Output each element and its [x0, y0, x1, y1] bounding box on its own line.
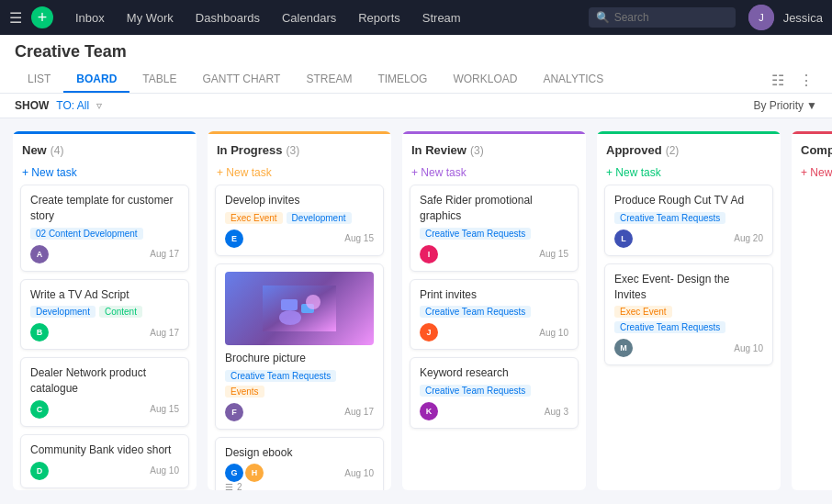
avatar: B [30, 323, 49, 342]
card-new-1[interactable]: Write a TV Ad ScriptDevelopmentContentBA… [20, 279, 189, 351]
card-approved-1[interactable]: Exec Event- Design the InvitesExec Event… [604, 263, 773, 366]
nav-calendars[interactable]: Calendars [273, 0, 345, 35]
card-tags: DevelopmentContent [30, 306, 179, 318]
card-title: Dealer Network product catalogue [30, 365, 179, 397]
tab-list[interactable]: LIST [15, 67, 63, 93]
avatar: M [614, 339, 633, 357]
avatars-row: GH [225, 464, 264, 482]
card-in-review-1[interactable]: Print invitesCreative Team RequestsJAug … [410, 279, 579, 351]
card-footer: LAug 20 [614, 230, 763, 248]
card-footer: EAug 15 [225, 230, 374, 248]
tab-timelog[interactable]: TIMELOG [365, 67, 440, 93]
page-header: Creative Team LIST BOARD TABLE GANTT CHA… [0, 35, 832, 94]
card-in-review-0[interactable]: Safe Rider promotional graphicsCreative … [410, 185, 579, 272]
card-approved-0[interactable]: Produce Rough Cut TV AdCreative Team Req… [604, 185, 773, 256]
col-count: (2) [666, 144, 680, 157]
nav-mywork[interactable]: My Work [118, 0, 183, 35]
card-in-progress-0[interactable]: Develop invitesExec EventDevelopmentEAug… [215, 185, 384, 256]
card-title: Brochure picture [225, 351, 374, 366]
tag: Events [225, 386, 264, 398]
col-title: In Review [411, 143, 467, 157]
card-footer: CAug 15 [30, 400, 179, 419]
tag: Exec Event [614, 306, 672, 318]
tab-gantt-chart[interactable]: GANTT CHART [189, 67, 293, 93]
nav-dashboards[interactable]: Dashboards [186, 0, 269, 35]
tab-table[interactable]: TABLE [129, 67, 189, 93]
card-footer: IAug 15 [420, 245, 568, 263]
card-tags: Creative Team Requests [614, 212, 763, 224]
card-footer: AAug 17 [30, 245, 179, 263]
tag: Development [287, 212, 352, 224]
col-body-completed [792, 185, 832, 490]
col-count: (3) [470, 144, 484, 157]
card-in-progress-1[interactable]: Brochure pictureCreative Team RequestsEv… [215, 263, 384, 430]
svg-rect-2 [263, 286, 336, 331]
to-all-filter[interactable]: TO: All [56, 99, 89, 112]
card-new-0[interactable]: Create template for customer story02 Con… [20, 185, 189, 272]
col-count: (4) [51, 144, 64, 157]
col-header-new: New (4) [13, 134, 197, 162]
new-task-btn-approved[interactable]: + New task [597, 162, 781, 185]
nav-stream[interactable]: Stream [413, 0, 470, 35]
card-tags: Creative Team Requests [420, 306, 568, 318]
avatar: E [225, 230, 243, 248]
priority-button[interactable]: By Priority ▼ [753, 99, 817, 112]
card-date: Aug 15 [150, 404, 179, 414]
toolbar: SHOW TO: All ▿ By Priority ▼ [0, 94, 832, 118]
card-title: Write a TV Ad Script [30, 287, 179, 303]
col-title: Approved [606, 143, 662, 157]
card-date: Aug 10 [539, 328, 568, 338]
nav-inbox[interactable]: Inbox [66, 0, 114, 35]
add-button[interactable]: + [31, 6, 53, 28]
card-title: Produce Rough Cut TV Ad [614, 193, 763, 208]
card-in-review-2[interactable]: Keyword researchCreative Team RequestsKA… [410, 357, 579, 429]
more-options-icon[interactable]: ⋮ [795, 68, 817, 93]
search-input[interactable] [589, 7, 736, 28]
filter-icon[interactable]: ▿ [96, 99, 102, 112]
svg-text:J: J [759, 12, 764, 23]
card-footer: MAug 10 [614, 339, 763, 357]
menu-icon[interactable]: ☰ [9, 9, 22, 27]
card-date: Aug 3 [545, 407, 568, 417]
tag: 02 Content Development [30, 228, 143, 240]
col-body-new: Create template for customer story02 Con… [13, 185, 197, 490]
col-body-in-progress: Develop invitesExec EventDevelopmentEAug… [208, 185, 391, 490]
card-footer: DAug 10 [30, 462, 179, 480]
avatar: I [420, 245, 438, 263]
tab-stream[interactable]: STREAM [293, 67, 365, 93]
tab-analytics[interactable]: ANALYTICS [530, 67, 616, 93]
avatar[interactable]: J [748, 5, 774, 30]
avatar: K [420, 402, 438, 420]
card-new-3[interactable]: Community Bank video shortDAug 10 [20, 434, 189, 488]
avatar: A [30, 245, 49, 263]
column-new: New (4)+ New taskCreate template for cus… [13, 131, 197, 490]
new-task-btn-in-review[interactable]: + New task [402, 162, 586, 185]
card-title: Safe Rider promotional graphics [420, 193, 568, 224]
svg-rect-4 [281, 299, 298, 310]
new-task-btn-completed[interactable]: + New task [792, 162, 832, 185]
card-title: Develop invites [225, 193, 374, 208]
new-task-btn-new[interactable]: + New task [13, 162, 197, 185]
avatar: L [614, 230, 633, 248]
tag: Creative Team Requests [225, 370, 336, 382]
tab-board[interactable]: BOARD [63, 67, 129, 93]
card-tags: Creative Team Requests [420, 385, 568, 397]
card-footer: FAug 17 [225, 403, 374, 421]
col-header-in-review: In Review (3) [402, 134, 586, 162]
tab-workload[interactable]: WORKLOAD [440, 67, 530, 93]
nav-reports[interactable]: Reports [349, 0, 410, 35]
card-sub: ☰ 2 [225, 482, 374, 490]
card-tags: Creative Team Requests [420, 228, 568, 240]
user-name[interactable]: Jessica [783, 11, 823, 25]
card-new-2[interactable]: Dealer Network product catalogueCAug 15 [20, 357, 189, 427]
col-title: New [22, 143, 47, 157]
avatar: G [225, 464, 243, 482]
new-task-btn-in-progress[interactable]: + New task [208, 162, 391, 185]
page-title: Creative Team [15, 42, 817, 62]
avatar: F [225, 403, 243, 421]
card-in-progress-2[interactable]: Design ebookGHAug 10☰ 2 [215, 437, 384, 490]
tab-actions: ☷ ⋮ [768, 68, 817, 93]
card-footer: KAug 3 [420, 402, 568, 420]
grid-icon[interactable]: ☷ [768, 68, 788, 93]
view-tabs: LIST BOARD TABLE GANTT CHART STREAM TIME… [15, 67, 817, 93]
